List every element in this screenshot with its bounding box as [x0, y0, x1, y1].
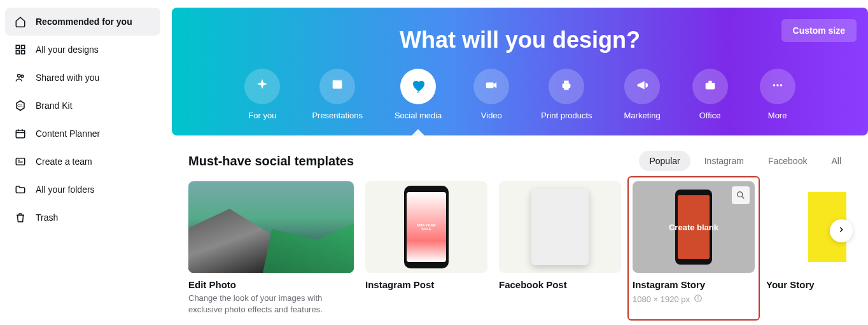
zoom-icon[interactable] [732, 186, 750, 204]
section-title: Must-have social templates [188, 154, 354, 169]
template-title: Instagram Post [365, 279, 487, 290]
megaphone-icon [635, 78, 649, 95]
sidebar-item-brandkit[interactable]: CO. Brand Kit [5, 92, 160, 120]
svg-rect-17 [486, 82, 494, 88]
template-dimensions: 1080 × 1920 px [633, 294, 755, 305]
template-subtitle: Change the look of your images with excl… [188, 293, 354, 315]
templates-row: Edit Photo Change the look of your image… [188, 181, 851, 315]
team-icon [14, 155, 27, 168]
svg-rect-15 [333, 81, 342, 89]
svg-rect-3 [22, 51, 25, 54]
template-thumbnail: MID-YEARSALE [365, 181, 487, 273]
svg-rect-16 [333, 80, 342, 82]
svg-rect-8 [16, 130, 25, 138]
svg-point-4 [18, 74, 21, 78]
next-arrow-button[interactable] [830, 219, 853, 242]
sidebar-item-label: Trash [36, 212, 58, 223]
info-icon[interactable] [694, 294, 703, 305]
sidebar-item-shared[interactable]: Shared with you [5, 64, 160, 92]
category-office[interactable]: Office [692, 69, 728, 120]
category-more[interactable]: More [760, 69, 795, 120]
category-social-media[interactable]: Social media [395, 69, 442, 120]
category-marketing[interactable]: Marketing [624, 69, 661, 120]
filter-facebook[interactable]: Facebook [758, 151, 817, 171]
template-facebook-post[interactable]: Facebook Post [499, 181, 621, 315]
template-thumbnail [766, 181, 868, 273]
custom-size-button[interactable]: Custom size [781, 19, 857, 42]
print-icon [559, 78, 573, 95]
home-icon [14, 15, 27, 28]
template-thumbnail [499, 181, 621, 273]
svg-point-24 [780, 84, 782, 86]
svg-rect-21 [705, 83, 715, 89]
svg-point-25 [738, 192, 743, 197]
template-title: Instagram Story [633, 279, 755, 290]
category-label: For you [248, 111, 276, 120]
highlighted-template: Create blank Instagram Story 1080 × 1920… [627, 176, 760, 321]
sidebar-item-label: Create a team [36, 156, 92, 167]
svg-rect-1 [22, 45, 25, 48]
sidebar-item-label: Brand Kit [36, 100, 73, 111]
category-label: Social media [395, 111, 442, 120]
category-row: For you Presentations Social media Video… [197, 69, 843, 120]
calendar-icon [14, 127, 27, 140]
folder-icon [14, 183, 27, 196]
sidebar-item-recommended[interactable]: Recommended for you [5, 8, 160, 36]
template-edit-photo[interactable]: Edit Photo Change the look of your image… [188, 181, 354, 315]
sidebar-item-label: Shared with you [36, 73, 99, 83]
sidebar-item-team[interactable]: Create a team [5, 148, 160, 176]
brand-icon: CO. [14, 99, 27, 112]
category-label: Office [699, 111, 721, 120]
category-label: More [768, 111, 787, 120]
svg-point-29 [698, 296, 699, 297]
filter-all[interactable]: All [821, 151, 851, 171]
filter-popular[interactable]: Popular [639, 151, 690, 171]
heart-icon [410, 78, 426, 95]
category-label: Presentations [312, 111, 363, 120]
grid-icon [14, 43, 27, 56]
template-your-story[interactable]: Your Story [766, 181, 868, 315]
svg-line-26 [742, 197, 744, 198]
create-blank-label: Create blank [669, 223, 718, 232]
category-label: Print products [541, 111, 592, 120]
filter-tabs: Popular Instagram Facebook All [639, 151, 851, 171]
template-title: Facebook Post [499, 279, 621, 290]
people-icon [14, 71, 27, 84]
briefcase-icon [703, 78, 717, 95]
svg-rect-0 [16, 45, 19, 48]
chevron-right-icon [837, 225, 846, 237]
filter-instagram[interactable]: Instagram [694, 151, 754, 171]
presentation-icon [330, 78, 344, 95]
dots-icon [771, 78, 785, 95]
category-presentations[interactable]: Presentations [312, 69, 363, 120]
hero-title: What will you design? [197, 27, 843, 53]
svg-point-23 [776, 84, 779, 86]
category-for-you[interactable]: For you [244, 69, 280, 120]
sidebar: Recommended for you All your designs Sha… [0, 0, 165, 325]
sidebar-item-label: All your designs [36, 45, 99, 55]
template-title: Edit Photo [188, 279, 354, 290]
template-instagram-post[interactable]: MID-YEARSALE Instagram Post [365, 181, 487, 315]
templates-section: Must-have social templates Popular Insta… [172, 135, 868, 315]
svg-rect-2 [16, 51, 19, 54]
sidebar-item-trash[interactable]: Trash [5, 204, 160, 232]
sidebar-item-folders[interactable]: All your folders [5, 176, 160, 204]
category-label: Video [481, 111, 502, 120]
template-thumbnail [188, 181, 354, 273]
category-video[interactable]: Video [473, 69, 509, 120]
sidebar-item-label: Content Planner [36, 128, 100, 139]
sidebar-item-label: Recommended for you [36, 17, 132, 27]
svg-point-22 [773, 84, 775, 86]
svg-rect-19 [564, 81, 569, 84]
template-instagram-story[interactable]: Create blank Instagram Story 1080 × 1920… [633, 181, 755, 305]
main-content: Custom size What will you design? For yo… [165, 0, 868, 325]
hero-banner: Custom size What will you design? For yo… [172, 8, 868, 135]
video-icon [484, 78, 498, 95]
sidebar-item-designs[interactable]: All your designs [5, 36, 160, 64]
sidebar-item-planner[interactable]: Content Planner [5, 120, 160, 148]
category-print[interactable]: Print products [541, 69, 592, 120]
sparkle-icon [255, 78, 270, 95]
svg-rect-20 [564, 87, 569, 90]
sidebar-item-label: All your folders [36, 184, 95, 195]
template-title: Your Story [766, 279, 868, 290]
